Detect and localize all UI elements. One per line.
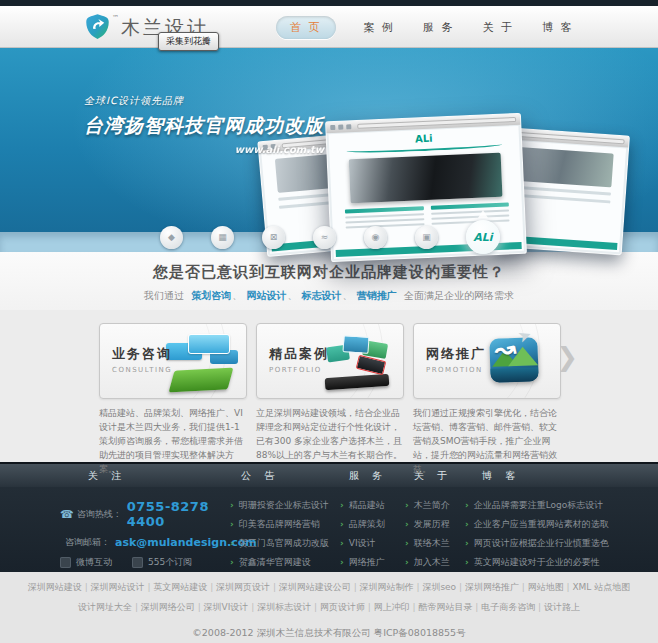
nav-item-home[interactable]: 首 页 bbox=[276, 16, 336, 39]
pin-to-huaban-button[interactable]: 采集到花瓣 bbox=[158, 32, 219, 51]
intro-subline: 我们通过 策划咨询、 网站设计、 标志设计、 营销推广 全面满足企业的网络需求 bbox=[0, 289, 658, 303]
seo-link[interactable]: 深圳网站建设公司 bbox=[279, 582, 360, 592]
banner-copy: 全球IC设计领先品牌 台湾扬智科技官网成功改版 www.ali.com.tw bbox=[84, 94, 324, 155]
seo-link[interactable]: 酷帝网站目录 bbox=[418, 602, 481, 612]
link-logodesign[interactable]: 标志设计 bbox=[302, 290, 342, 301]
card-description: 立足深圳网站建设领域，结合企业品牌理念和网站定位进行个性化设计，已有300 多家… bbox=[256, 407, 404, 463]
nav-item-about[interactable]: 关 于 bbox=[483, 20, 515, 35]
blog-link[interactable]: 企业客户应当重视网站素材的选取 bbox=[465, 518, 630, 531]
client-logo-badge[interactable]: ▣ bbox=[415, 226, 438, 249]
seo-link[interactable]: 深圳VI设计 bbox=[204, 602, 258, 612]
phone-icon: ☎ bbox=[60, 508, 74, 521]
bottom-links-section: 深圳网站建设深圳网站设计英文网站建设深圳网页设计深圳网站建设公司深圳网站制作深圳… bbox=[0, 572, 658, 643]
about-link[interactable]: 加入木兰 bbox=[405, 556, 465, 569]
notice-link[interactable]: 贺鑫清华官网建设 bbox=[230, 556, 340, 569]
client-logos-row: ◆▦⊠≈◉▣ ALi bbox=[160, 220, 500, 254]
footer-contact-column: ☎ 咨询热线： 0755-8278 4400 咨询邮箱： ask@mulande… bbox=[60, 499, 230, 575]
card-portfolio[interactable]: 精品案例 PORTFOLIO 立足深圳网站建设领域，结合企业品牌理念和网站定位进… bbox=[256, 323, 404, 462]
page: ™ 木兰设计 首 页 案 例 服 务 关 于 博 客 采集到花瓣 全球IC设计领… bbox=[0, 0, 658, 643]
weibo-icon bbox=[60, 557, 71, 568]
notice-link[interactable]: 印美客品牌网络营销 bbox=[230, 518, 340, 531]
blog-link[interactable]: 企业品牌需要注重Logo标志设计 bbox=[465, 499, 630, 512]
card-description: 我们通过正规搜索引擎优化，结合论坛营销、博客营销、邮件营销、软文营销及SMO营销… bbox=[413, 407, 561, 477]
card-promotion[interactable]: 网络推广 PROMOTION ➤↝ 我们通过正规搜索引擎优化，结合论坛营销、博客… bbox=[413, 323, 561, 462]
footer-services-column: 精品建站品牌策划VI设计网络推广 bbox=[340, 499, 405, 575]
card-title: 网络推广 bbox=[426, 345, 486, 363]
card-consulting-visual: 业务咨询 CONSULTING bbox=[99, 323, 247, 399]
seo-link[interactable]: 深圳seo bbox=[422, 582, 465, 592]
client-logo-glyph: ≈ bbox=[321, 232, 329, 242]
footer-notices-column: 明珊投资企业标志设计印美客品牌网络营销贺三门岛官网成功改版贺鑫清华官网建设 bbox=[230, 499, 340, 575]
seo-link[interactable]: 电子商务咨询 bbox=[481, 602, 544, 612]
client-logo-badge[interactable]: ◉ bbox=[364, 226, 387, 249]
seo-link[interactable]: XML 站点地图 bbox=[572, 582, 630, 592]
banner-url: www.ali.com.tw bbox=[84, 144, 324, 155]
client-logo-glyph: ◉ bbox=[372, 232, 380, 242]
seo-link[interactable]: 深圳网页设计 bbox=[216, 582, 279, 592]
seo-links-row-2: 设计网址大全深圳网络公司深圳VI设计深圳标志设计网页设计师网上冲印酷帝网站目录电… bbox=[0, 601, 658, 614]
seo-link[interactable]: 网站地图 bbox=[528, 582, 573, 592]
logo-leaf-icon bbox=[84, 13, 111, 44]
seo-links-row-1: 深圳网站建设深圳网站设计英文网站建设深圳网页设计深圳网站建设公司深圳网站制作深圳… bbox=[0, 581, 658, 594]
seo-link[interactable]: 深圳网站制作 bbox=[360, 582, 423, 592]
client-logo-badge[interactable]: ⊠ bbox=[262, 226, 285, 249]
card-portfolio-visual: 精品案例 PORTFOLIO bbox=[256, 323, 404, 399]
client-logo-badge[interactable]: ▦ bbox=[211, 226, 234, 249]
client-logo-badge[interactable]: ≈ bbox=[313, 226, 336, 249]
seo-link[interactable]: 深圳标志设计 bbox=[257, 602, 320, 612]
seo-link[interactable]: 深圳网站建设 bbox=[28, 582, 91, 592]
link-marketing[interactable]: 营销推广 bbox=[357, 290, 397, 301]
card-consulting[interactable]: 业务咨询 CONSULTING 精品建站、品牌策划、网络推广、VI设计是木兰四大… bbox=[99, 323, 247, 462]
about-link[interactable]: 木兰简介 bbox=[405, 499, 465, 512]
service-link[interactable]: VI设计 bbox=[340, 537, 405, 550]
client-logo-glyph: ⊠ bbox=[270, 232, 278, 242]
hotline-number: 0755-8278 4400 bbox=[127, 499, 230, 529]
client-logo-glyph: ▣ bbox=[422, 232, 431, 242]
active-badge-pointer-icon bbox=[478, 205, 488, 218]
weibo-link[interactable]: 微博互动 bbox=[60, 556, 112, 569]
notice-link[interactable]: 贺三门岛官网成功改版 bbox=[230, 537, 340, 550]
card-subtitle: CONSULTING bbox=[112, 366, 172, 374]
promotion-illustration-icon: ➤↝ bbox=[478, 330, 554, 394]
notice-link[interactable]: 明珊投资企业标志设计 bbox=[230, 499, 340, 512]
carousel-next-icon[interactable]: ❯ bbox=[556, 342, 578, 372]
hotline-label: 咨询热线： bbox=[77, 508, 122, 521]
showcase-reflection bbox=[318, 259, 532, 283]
seo-link[interactable]: 设计网址大全 bbox=[78, 602, 141, 612]
blog-link[interactable]: 英文网站建设对于企业的必要性 bbox=[465, 556, 630, 569]
email-label: 咨询邮箱： bbox=[65, 536, 110, 549]
rss-icon bbox=[132, 557, 143, 568]
nav-item-blog[interactable]: 博 客 bbox=[542, 20, 574, 35]
consulting-illustration-icon bbox=[164, 330, 240, 394]
card-promotion-visual: 网络推广 PROMOTION ➤↝ bbox=[413, 323, 561, 399]
seo-link[interactable]: 深圳网站设计 bbox=[91, 582, 154, 592]
seo-link[interactable]: 网页设计师 bbox=[320, 602, 374, 612]
banner-tagline: 全球IC设计领先品牌 bbox=[84, 94, 324, 108]
ali-hero-image bbox=[349, 153, 503, 204]
copyright-notice: ©2008-2012 深圳木兰信息技术有限公司 粤ICP备08018855号 bbox=[0, 627, 658, 640]
link-webdesign[interactable]: 网站设计 bbox=[246, 290, 286, 301]
hero-banner: 全球IC设计领先品牌 台湾扬智科技官网成功改版 www.ali.com.tw A… bbox=[0, 48, 658, 232]
seo-link[interactable]: 网上冲印 bbox=[374, 602, 419, 612]
rss-link[interactable]: 555个订阅 bbox=[132, 556, 192, 569]
seo-link[interactable]: 深圳网络推广 bbox=[465, 582, 528, 592]
client-logo-badge[interactable]: ◆ bbox=[160, 226, 183, 249]
card-subtitle: PROMOTION bbox=[426, 366, 486, 374]
portfolio-illustration-icon bbox=[321, 330, 397, 394]
about-link[interactable]: 发展历程 bbox=[405, 518, 465, 531]
client-logo-glyph: ▦ bbox=[218, 232, 227, 242]
client-logo-glyph: ◆ bbox=[168, 232, 175, 242]
blog-link[interactable]: 网页设计应根据企业行业慎重选色 bbox=[465, 537, 630, 550]
card-subtitle: PORTFOLIO bbox=[269, 366, 329, 374]
client-logo-ali-active[interactable]: ALi bbox=[466, 220, 500, 254]
about-link[interactable]: 联络木兰 bbox=[405, 537, 465, 550]
service-link[interactable]: 网络推广 bbox=[340, 556, 405, 569]
nav-item-services[interactable]: 服 务 bbox=[423, 20, 455, 35]
seo-link[interactable]: 设计路上 bbox=[544, 602, 580, 612]
nav-item-cases[interactable]: 案 例 bbox=[364, 20, 396, 35]
link-planning[interactable]: 策划咨询 bbox=[191, 290, 231, 301]
seo-link[interactable]: 深圳网络公司 bbox=[141, 602, 204, 612]
service-link[interactable]: 精品建站 bbox=[340, 499, 405, 512]
service-link[interactable]: 品牌策划 bbox=[340, 518, 405, 531]
seo-link[interactable]: 英文网站建设 bbox=[153, 582, 216, 592]
